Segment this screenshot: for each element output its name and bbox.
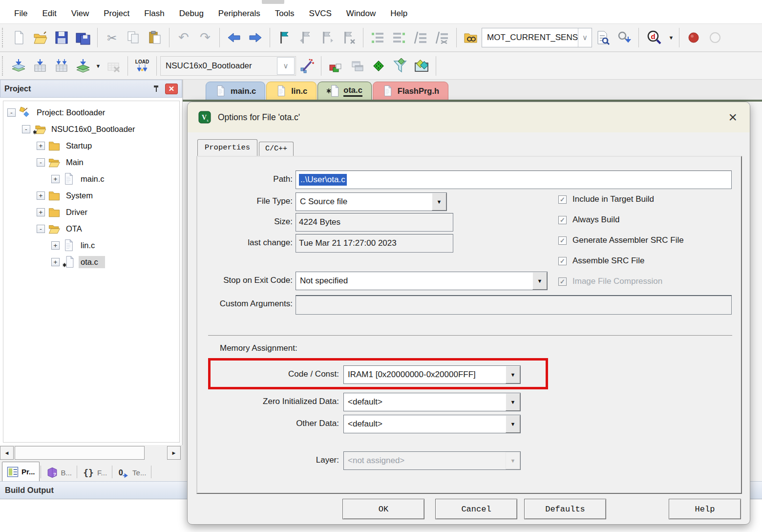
- breakpoint-red-button[interactable]: [683, 27, 704, 48]
- tree-item-project-bootloader[interactable]: - Project: Bootloader: [3, 104, 179, 121]
- editor-tab-main-c[interactable]: main.c: [206, 82, 265, 100]
- ok-button[interactable]: OK: [342, 499, 424, 519]
- menu-window[interactable]: Window: [339, 6, 383, 21]
- help-button[interactable]: Help: [669, 499, 741, 519]
- paste-button[interactable]: [144, 27, 166, 48]
- custom-args-field[interactable]: [296, 295, 732, 315]
- checkbox-generate-assembler-src-file[interactable]: ✓ Generate Assembler SRC File: [558, 233, 739, 248]
- menu-debug[interactable]: Debug: [172, 6, 211, 21]
- tree-item-lin-c[interactable]: + lin.c: [3, 237, 179, 254]
- file-type-dropdown-icon[interactable]: ▼: [432, 193, 446, 211]
- editor-tab-flashprg-h[interactable]: FlashPrg.h: [373, 82, 448, 100]
- incremental-find-button[interactable]: [614, 27, 635, 48]
- target-select-dropdown-icon[interactable]: ∨: [277, 57, 295, 75]
- windows-button[interactable]: [346, 55, 368, 77]
- expand-plus-icon[interactable]: +: [37, 142, 45, 150]
- manage-components-button[interactable]: [325, 55, 346, 77]
- menu-flash[interactable]: Flash: [137, 6, 172, 21]
- other-data-dropdown-icon[interactable]: ▼: [506, 415, 520, 433]
- select-packs-button[interactable]: [411, 55, 432, 77]
- expand-plus-icon[interactable]: +: [51, 258, 60, 266]
- pin-icon[interactable]: [150, 83, 162, 95]
- menu-edit[interactable]: Edit: [35, 6, 64, 21]
- panel-tab-b[interactable]: ?B...: [42, 464, 76, 481]
- find-folder-button[interactable]: [460, 27, 482, 48]
- editor-tab-ota-c[interactable]: ota.c: [318, 82, 372, 100]
- expand-plus-icon[interactable]: +: [37, 192, 45, 200]
- tree-item-startup[interactable]: + Startup: [3, 137, 179, 154]
- close-panel-icon[interactable]: ✕: [165, 84, 178, 94]
- expand-plus-icon[interactable]: +: [37, 208, 45, 216]
- other-data-combo[interactable]: <default> ▼: [343, 415, 521, 433]
- build-button[interactable]: [29, 55, 51, 77]
- comment-button[interactable]: [410, 27, 431, 48]
- tree-item-system[interactable]: + System: [3, 187, 179, 204]
- checkbox-assemble-src-file[interactable]: ✓ Assemble SRC File: [558, 254, 739, 268]
- menu-view[interactable]: View: [64, 6, 97, 21]
- expand-plus-icon[interactable]: +: [51, 175, 60, 183]
- checkbox-check-icon[interactable]: ✓: [558, 195, 567, 204]
- checkbox-always-build[interactable]: ✓ Always Build: [558, 213, 739, 227]
- new-file-button[interactable]: [8, 27, 29, 48]
- load-download-button[interactable]: LOAD: [131, 55, 153, 77]
- search-combo-dropdown-icon[interactable]: ∨: [578, 28, 592, 47]
- rebuild-button[interactable]: [51, 55, 72, 77]
- tree-item-ota[interactable]: - OTA: [3, 220, 179, 237]
- scroll-left-icon[interactable]: ◄: [0, 446, 14, 460]
- editor-tab-lin-c[interactable]: lin.c: [266, 82, 317, 100]
- toolbar-grip[interactable]: [2, 28, 5, 47]
- panel-tab-te[interactable]: 0Te...: [113, 464, 150, 481]
- help-search-caret-icon[interactable]: ▼: [667, 27, 676, 48]
- menu-peripherals[interactable]: Peripherals: [211, 6, 268, 21]
- code-const-combo[interactable]: IRAM1 [0x20000000-0x20000FFF] ▼: [343, 365, 521, 384]
- nav-back-button[interactable]: [223, 27, 245, 48]
- checkbox-check-icon[interactable]: ✓: [558, 236, 567, 245]
- tree-item-main[interactable]: - Main: [3, 154, 179, 170]
- menu-project[interactable]: Project: [96, 6, 137, 21]
- dialog-close-icon[interactable]: ×: [725, 110, 740, 125]
- defaults-button[interactable]: Defaults: [524, 499, 606, 519]
- indent-button[interactable]: [367, 27, 388, 48]
- pack-installer-button[interactable]: [368, 55, 389, 77]
- outdent-button[interactable]: [388, 27, 410, 48]
- undo-button[interactable]: ↶: [173, 27, 194, 48]
- collapse-minus-icon[interactable]: -: [7, 108, 16, 117]
- collapse-minus-icon[interactable]: -: [22, 125, 30, 133]
- menu-help[interactable]: Help: [383, 6, 415, 21]
- prev-bookmark-button[interactable]: [295, 27, 317, 48]
- bookmark-button[interactable]: [274, 27, 295, 48]
- filter-diamond-button[interactable]: [389, 55, 411, 77]
- path-field[interactable]: ..\User\ota.c: [296, 170, 732, 189]
- batch-build-caret-icon[interactable]: ▼: [94, 55, 103, 77]
- tree-item-nsuc16x0-bootloader[interactable]: - NSUC16x0_Bootloader: [3, 121, 179, 137]
- stop-on-exit-dropdown-icon[interactable]: ▼: [532, 272, 547, 290]
- checkbox-check-icon[interactable]: ✓: [558, 216, 567, 224]
- tab-c-cpp[interactable]: C/C++: [259, 142, 294, 156]
- open-folder-button[interactable]: [29, 27, 51, 48]
- clear-bookmarks-button[interactable]: [338, 27, 360, 48]
- project-hscrollbar[interactable]: ◄ ►: [0, 445, 183, 461]
- search-combo[interactable]: MOT_CURRENT_SENSE_L ∨: [482, 28, 592, 47]
- panel-tab-pr[interactable]: Pr...: [2, 462, 40, 481]
- toolbar-grip[interactable]: [2, 56, 5, 76]
- menu-tools[interactable]: Tools: [268, 6, 302, 21]
- collapse-minus-icon[interactable]: -: [37, 225, 45, 233]
- save-all-button[interactable]: [72, 27, 94, 48]
- cut-button[interactable]: ✂: [101, 27, 123, 48]
- scroll-right-icon[interactable]: ►: [167, 446, 181, 460]
- file-type-combo[interactable]: C Source file ▼: [296, 192, 447, 211]
- checkbox-include-in-target-build[interactable]: ✓ Include in Target Build: [558, 192, 739, 207]
- target-select-combo[interactable]: NSUC16x0_Bootloader ∨: [160, 56, 296, 76]
- zero-init-dropdown-icon[interactable]: ▼: [506, 393, 520, 411]
- copy-button[interactable]: [123, 27, 144, 48]
- code-const-dropdown-icon[interactable]: ▼: [506, 366, 520, 383]
- zero-init-combo[interactable]: <default> ▼: [343, 393, 521, 411]
- tab-properties[interactable]: Properties: [197, 139, 257, 156]
- collapse-minus-icon[interactable]: -: [37, 158, 45, 167]
- menu-file[interactable]: File: [7, 6, 35, 21]
- save-button[interactable]: [51, 27, 72, 48]
- find-in-files-button[interactable]: [592, 27, 614, 48]
- menu-svcs[interactable]: SVCS: [302, 6, 339, 21]
- batch-build-button[interactable]: [72, 55, 94, 77]
- tree-item-main-c[interactable]: + main.c: [3, 170, 179, 187]
